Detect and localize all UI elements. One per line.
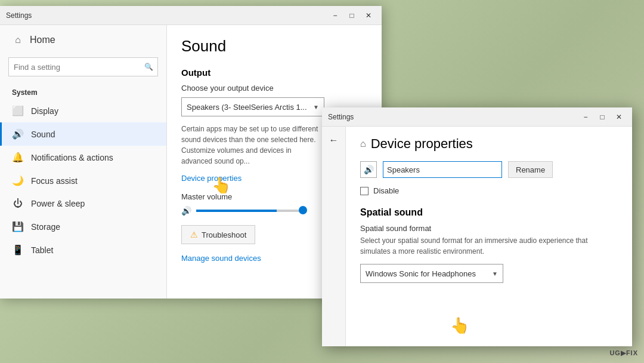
dp-body: ← ⌂ Device properties 🔊 Rename Disable S…	[322, 127, 632, 346]
output-info-text: Certain apps may be set up to use differ…	[181, 124, 318, 167]
app-title: Settings	[6, 11, 32, 20]
sidebar-item-tablet[interactable]: 📱 Tablet	[0, 238, 166, 262]
sidebar-item-power[interactable]: ⏻ Power & sleep	[0, 192, 166, 215]
output-device-name: Speakers (3- SteelSeries Arctis 1...	[187, 103, 307, 112]
volume-fill	[196, 210, 277, 212]
sound-icon: 🔊	[12, 128, 24, 140]
sidebar-item-notifications[interactable]: 🔔 Notifications & actions	[0, 146, 166, 169]
storage-icon: 💾	[12, 221, 24, 232]
sidebar-item-label-notifications: Notifications & actions	[31, 153, 113, 162]
speaker-icon-box: 🔊	[360, 161, 377, 178]
volume-icon: 🔊	[181, 206, 191, 216]
rename-button[interactable]: Rename	[508, 161, 553, 178]
back-button[interactable]: ←	[327, 133, 341, 148]
page-title: Sound	[181, 37, 367, 56]
speakers-row: 🔊 Rename	[360, 161, 618, 178]
sidebar-section-label: System	[0, 84, 166, 99]
device-properties-window: Settings − □ ✕ ← ⌂ Device properties 🔊 R…	[322, 107, 632, 346]
title-bar: Settings − □ ✕	[0, 6, 382, 25]
output-section-title: Output	[181, 67, 367, 78]
disable-row: Disable	[360, 186, 618, 195]
output-device-dropdown[interactable]: Speakers (3- SteelSeries Arctis 1... ▼	[181, 97, 324, 116]
focus-icon: 🌙	[12, 175, 24, 186]
spatial-format-value: Windows Sonic for Headphones	[366, 269, 476, 278]
volume-thumb	[299, 206, 307, 214]
sidebar-item-focus[interactable]: 🌙 Focus assist	[0, 169, 166, 192]
search-input[interactable]	[8, 57, 158, 76]
power-icon: ⏻	[12, 198, 24, 209]
dp-nav: ←	[322, 127, 346, 346]
close-button[interactable]: ✕	[361, 10, 376, 21]
speaker-box-icon: 🔊	[364, 165, 374, 174]
sidebar-item-label-tablet: Tablet	[31, 245, 53, 255]
maximize-button[interactable]: □	[345, 10, 359, 21]
troubleshoot-label: Troubleshoot	[202, 230, 246, 239]
sidebar-item-label-sound: Sound	[31, 130, 55, 139]
dropdown-arrow-icon: ▼	[313, 104, 319, 110]
display-icon: ⬜	[12, 105, 24, 116]
volume-slider[interactable]	[196, 210, 304, 212]
home-label: Home	[30, 35, 55, 45]
sidebar: ⌂ Home 🔍 System ⬜ Display 🔊 Sound 🔔 Noti…	[0, 25, 167, 299]
speakers-name-input[interactable]	[383, 161, 502, 178]
spatial-format-dropdown[interactable]: Windows Sonic for Headphones ▼	[360, 264, 503, 283]
home-icon: ⌂	[12, 35, 24, 45]
dp-close-button[interactable]: ✕	[612, 111, 626, 123]
sidebar-item-label-display: Display	[31, 106, 58, 116]
spatial-sound-title: Spatial sound	[360, 207, 618, 218]
title-bar-controls: − □ ✕	[328, 10, 376, 21]
disable-checkbox[interactable]	[360, 187, 369, 195]
dp-content: ⌂ Device properties 🔊 Rename Disable Spa…	[346, 127, 632, 346]
sidebar-home[interactable]: ⌂ Home	[0, 25, 166, 55]
sidebar-item-storage[interactable]: 💾 Storage	[0, 215, 166, 238]
sidebar-item-label-focus: Focus assist	[31, 176, 78, 186]
search-icon: 🔍	[144, 63, 153, 71]
troubleshoot-button[interactable]: ⚠ Troubleshoot	[181, 225, 255, 244]
tablet-icon: 📱	[12, 244, 24, 256]
minimize-button[interactable]: −	[328, 10, 342, 21]
watermark: UG▶FIX	[609, 349, 638, 357]
warning-icon: ⚠	[190, 230, 198, 239]
dp-maximize-button[interactable]: □	[595, 111, 609, 123]
notifications-icon: 🔔	[12, 152, 24, 163]
dp-app-title: Settings	[328, 113, 354, 121]
choose-device-label: Choose your output device	[181, 84, 367, 93]
dp-minimize-button[interactable]: −	[578, 111, 593, 123]
dp-page-title: ⌂ Device properties	[360, 136, 618, 152]
dp-home-icon: ⌂	[360, 139, 366, 149]
manage-sound-devices-link[interactable]: Manage sound devices	[181, 254, 261, 263]
spatial-dropdown-arrow-icon: ▼	[492, 270, 498, 277]
spatial-desc: Select your spatial sound format for an …	[360, 235, 618, 257]
dp-title-controls: − □ ✕	[578, 111, 626, 123]
sidebar-item-label-storage: Storage	[31, 222, 60, 232]
spatial-format-label: Spatial sound format	[360, 224, 618, 233]
disable-label: Disable	[373, 186, 399, 195]
sidebar-item-display[interactable]: ⬜ Display	[0, 99, 166, 122]
sidebar-item-sound[interactable]: 🔊 Sound	[0, 122, 166, 146]
sidebar-item-label-power: Power & sleep	[31, 199, 85, 208]
search-box-container: 🔍	[8, 57, 158, 76]
dp-title-bar: Settings − □ ✕	[322, 107, 632, 127]
